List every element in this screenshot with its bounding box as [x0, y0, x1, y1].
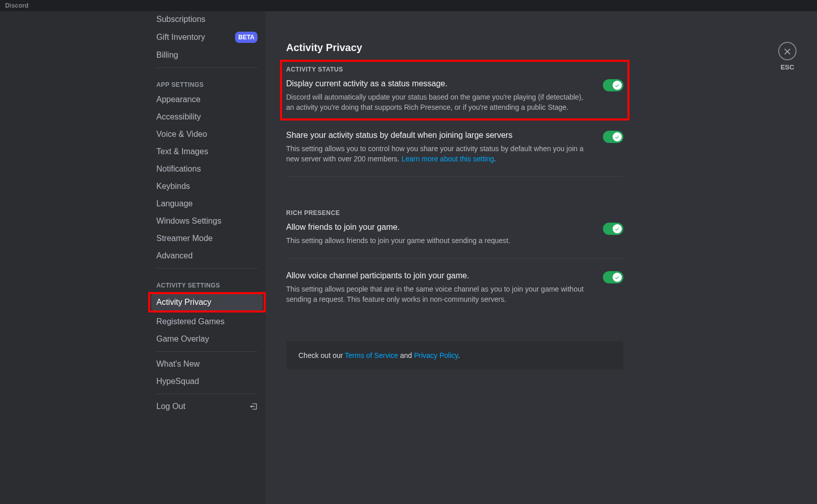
sidebar-item-appearance[interactable]: Appearance: [151, 91, 263, 108]
sidebar-item-text-images[interactable]: Text & Images: [151, 143, 263, 160]
logout-icon: [249, 402, 258, 411]
highlight-display-activity: ACTIVITY STATUS Display current activity…: [280, 60, 629, 121]
terms-of-service-link[interactable]: Terms of Service: [345, 351, 398, 359]
sidebar-header-app-settings: APP SETTINGS: [151, 72, 263, 91]
highlight-activity-privacy: Activity Privacy: [148, 292, 266, 313]
sidebar-item-notifications[interactable]: Notifications: [151, 161, 263, 177]
sidebar-item-game-overlay[interactable]: Game Overlay: [151, 331, 263, 347]
setting-title-voice-join: Allow voice channel participants to join…: [286, 271, 591, 280]
setting-title-display-activity: Display current activity as a status mes…: [286, 79, 591, 88]
setting-desc-display-activity: Discord will automatically update your s…: [286, 92, 591, 112]
sidebar-item-hypesquad[interactable]: HypeSquad: [151, 373, 263, 390]
learn-more-link[interactable]: Learn more about this setting: [402, 155, 494, 163]
sidebar-item-registered-games[interactable]: Registered Games: [151, 314, 263, 330]
privacy-policy-link[interactable]: Privacy Policy: [414, 351, 458, 359]
check-icon: [613, 132, 622, 141]
sidebar-item-accessibility[interactable]: Accessibility: [151, 109, 263, 125]
close-button[interactable]: [778, 42, 797, 60]
setting-desc-share-large-servers: This setting allows you to control how y…: [286, 144, 591, 164]
sidebar-item-gift-inventory[interactable]: Gift Inventory BETA: [151, 29, 263, 46]
check-icon: [613, 224, 622, 233]
titlebar: Discord: [0, 0, 817, 11]
setting-title-friends-join: Allow friends to join your game.: [286, 223, 510, 232]
beta-badge: BETA: [235, 32, 258, 43]
section-header-rich-presence: RICH PRESENCE: [286, 209, 623, 217]
sidebar-item-subscriptions[interactable]: Subscriptions: [151, 11, 263, 28]
close-column: ESC: [778, 42, 797, 71]
toggle-voice-join[interactable]: [603, 271, 623, 283]
app-body: Subscriptions Gift Inventory BETA Billin…: [0, 11, 817, 504]
app-name: Discord: [5, 2, 29, 9]
toggle-display-activity[interactable]: [603, 79, 623, 91]
sidebar-item-streamer-mode[interactable]: Streamer Mode: [151, 230, 263, 247]
esc-label: ESC: [781, 63, 795, 71]
sidebar-separator: [156, 351, 258, 352]
sidebar-separator: [156, 394, 258, 394]
sidebar-item-log-out[interactable]: Log Out: [151, 398, 263, 415]
sidebar-item-windows-settings[interactable]: Windows Settings: [151, 213, 263, 229]
sidebar-separator: [156, 268, 258, 269]
setting-title-share-large-servers: Share your activity status by default wh…: [286, 131, 591, 140]
toggle-share-large-servers[interactable]: [603, 131, 623, 143]
sidebar-separator: [156, 67, 258, 68]
check-icon: [613, 273, 622, 282]
sidebar-item-advanced[interactable]: Advanced: [151, 248, 263, 264]
check-icon: [613, 81, 622, 90]
content-region: Activity Privacy ACTIVITY STATUS Display…: [266, 11, 817, 504]
sidebar-item-billing[interactable]: Billing: [151, 47, 263, 63]
setting-desc-friends-join: This setting allows friends to join your…: [286, 236, 510, 246]
section-header-activity-status: ACTIVITY STATUS: [286, 66, 623, 73]
tos-box: Check out our Terms of Service and Priva…: [286, 341, 623, 370]
toggle-friends-join[interactable]: [603, 223, 623, 235]
sidebar-item-voice-video[interactable]: Voice & Video: [151, 126, 263, 142]
page-title: Activity Privacy: [286, 42, 623, 54]
sidebar-header-activity-settings: ACTIVITY SETTINGS: [151, 273, 263, 292]
close-icon: [783, 46, 792, 56]
setting-desc-voice-join: This setting allows people that are in t…: [286, 284, 591, 304]
sidebar-item-whats-new[interactable]: What's New: [151, 356, 263, 372]
settings-sidebar: Subscriptions Gift Inventory BETA Billin…: [0, 11, 266, 504]
sidebar-item-activity-privacy[interactable]: Activity Privacy: [151, 294, 263, 310]
sidebar-item-keybinds[interactable]: Keybinds: [151, 178, 263, 195]
sidebar-item-language[interactable]: Language: [151, 196, 263, 212]
